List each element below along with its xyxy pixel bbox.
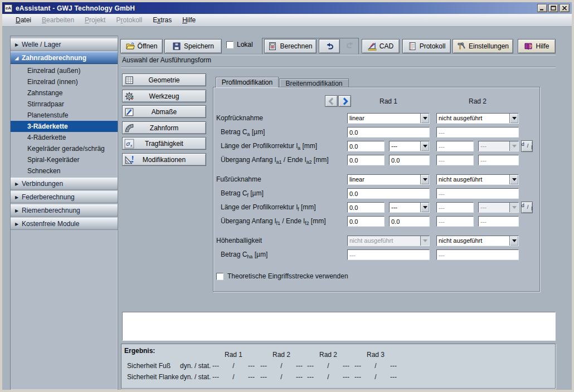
- laenge-lf-rad1-input[interactable]: [347, 202, 385, 213]
- toolbar-separator: [121, 54, 556, 55]
- maximize-button[interactable]: [548, 4, 558, 12]
- theoretical-line-checkbox[interactable]: [216, 273, 223, 280]
- tab-profilmodifikation[interactable]: Profilmodifikation: [216, 77, 279, 87]
- protocol-button[interactable]: Protokoll: [402, 39, 451, 53]
- results-column-header-4: Rad 3: [356, 351, 395, 359]
- sidebar-section-verbindungen[interactable]: ▶Verbindungen: [11, 178, 118, 190]
- fussruecknahme-rad2-select[interactable]: nicht ausgeführt: [436, 174, 519, 185]
- result-value: ---/---: [354, 373, 397, 381]
- theoretical-line-label: Theoretische Eingriffsstrecke verwenden: [227, 272, 348, 280]
- zahnform-button[interactable]: Zahnform: [122, 121, 206, 134]
- hoehenballigkeit-rad2-select[interactable]: nicht ausgeführt: [436, 236, 519, 246]
- save-button-label: Speichern: [184, 42, 214, 50]
- select-value: ---: [479, 141, 509, 151]
- theoretical-line-row: Theoretische Eingriffsstrecke verwenden: [216, 272, 348, 280]
- betrag-ca-rad2-fields: [436, 127, 519, 138]
- modifikationen-button[interactable]: Modifikationen: [122, 153, 206, 166]
- results-column-header-2: Rad 2: [262, 351, 301, 359]
- row-label-laenge-lf: Länge der Profilkorrektur lf [mm]: [221, 202, 350, 215]
- results-title: Ergebnis:: [124, 347, 155, 355]
- betrag-cf-rad1-input[interactable]: [347, 188, 430, 199]
- menu-extras[interactable]: Extras: [153, 16, 172, 24]
- row-label-laenge-la: Länge der Profilkorrektur la [mm]: [221, 141, 350, 154]
- prev-gear-button: [325, 95, 338, 107]
- gear-icon: [124, 91, 134, 101]
- minimize-button[interactable]: [537, 4, 547, 12]
- calculate-button[interactable]: Berechnen: [264, 39, 317, 53]
- select-value: ---: [390, 203, 420, 212]
- form-row-fussruecknahme: Fußrücknahmelinearnicht ausgeführt: [213, 174, 539, 185]
- kopfruecknahme-rad2-select[interactable]: nicht ausgeführt: [436, 113, 519, 124]
- sidebar-item-planetenstufe[interactable]: Planetenstufe: [11, 110, 118, 121]
- row-label-betrag-cha: Betrag Cha [µm]: [221, 249, 350, 262]
- sidebar-item-einzelrad-innen[interactable]: Einzelrad (innen): [11, 76, 118, 87]
- form-row-laenge-lf: Länge der Profilkorrektur lf [mm]------d…: [213, 202, 539, 213]
- expanded-arrow-icon: ◢: [15, 56, 22, 61]
- cad-button[interactable]: CAD: [362, 39, 400, 53]
- diameter-length-toggle-button[interactable]: d/l: [521, 202, 533, 213]
- help-button[interactable]: Hilfe: [518, 39, 556, 53]
- dimensions-icon: [124, 107, 134, 117]
- sidebar-section-welle-lager[interactable]: ▶Welle / Lager: [11, 38, 118, 51]
- result-mode-sicherheit-fuß: dyn. / stat.: [180, 362, 211, 370]
- calculator-icon: [268, 42, 277, 51]
- category-button-label: Zahnform: [123, 124, 206, 132]
- app-icon: eA: [4, 4, 12, 12]
- uebergang-a-rad1-input-1[interactable]: [389, 155, 430, 165]
- category-button-label: Tragfähigkeit: [123, 140, 206, 148]
- select-value: linear: [348, 175, 420, 184]
- sidebar-item-einzelrad-außen[interactable]: Einzelrad (außen): [11, 65, 118, 76]
- sidebar-section-federberechnung[interactable]: ▶Federberechnung: [11, 191, 118, 203]
- uebergang-f-rad1-input-1[interactable]: [389, 216, 430, 227]
- geometrie-button[interactable]: Geometrie: [122, 74, 206, 86]
- tragfähigkeit-button[interactable]: Tragfähigkeit: [122, 137, 206, 150]
- laenge-la-rad1-select-1[interactable]: ---: [389, 141, 430, 151]
- laenge-lf-rad1-select-1[interactable]: ---: [389, 202, 430, 213]
- diameter-length-toggle-button[interactable]: d/l: [521, 140, 533, 152]
- open-button[interactable]: Öffnen: [120, 39, 163, 53]
- collapsed-arrow-icon: ▶: [15, 42, 22, 47]
- uebergang-a-rad1-input[interactable]: [347, 155, 385, 165]
- minimize-icon: [539, 6, 545, 11]
- sidebar-item-kegelräder-gerade-schräg[interactable]: Kegelräder gerade/schräg: [11, 143, 118, 154]
- uebergang-f-rad1-input[interactable]: [347, 216, 385, 227]
- sidebar-section-zahnradberechnung[interactable]: ◢Zahnradberechnung: [11, 52, 118, 64]
- betrag-cf-rad2-fields: [436, 188, 519, 199]
- close-button[interactable]: [560, 4, 570, 12]
- sidebar-item-4-räderkette[interactable]: 4-Räderkette: [11, 132, 118, 143]
- uebergang-a-rad2-fields: [436, 155, 519, 165]
- chevron-left-icon: [327, 97, 336, 106]
- betrag-cha-rad1-input: [347, 249, 430, 260]
- laenge-la-rad1-input[interactable]: [347, 141, 385, 151]
- sidebar-section-kostenfreie-module[interactable]: ▶Kostenfreie Module: [11, 218, 118, 230]
- kopfruecknahme-rad1-select[interactable]: linear: [347, 113, 430, 124]
- betrag-ca-rad1-input[interactable]: [347, 127, 430, 138]
- sidebar-section-riemenberechnung[interactable]: ▶Riemenberechnung: [11, 204, 118, 217]
- settings-button-label: Einstellungen: [469, 42, 509, 50]
- undo-button[interactable]: [319, 39, 340, 53]
- sidebar-item-spiral-kegelräder[interactable]: Spiral-Kegelräder: [11, 154, 118, 165]
- sidebar-item-zahnstange[interactable]: Zahnstange: [11, 87, 118, 99]
- fussruecknahme-rad1-select[interactable]: linear: [347, 174, 430, 185]
- sidebar-item-3-räderkette[interactable]: 3-Räderkette: [11, 121, 118, 132]
- document-icon: [408, 42, 417, 51]
- sidebar-item-schnecken[interactable]: Schnecken: [11, 165, 118, 177]
- settings-button[interactable]: Einstellungen: [453, 39, 513, 53]
- subheader-separator: [121, 67, 556, 68]
- category-button-label: Geometrie: [123, 76, 206, 84]
- menu-datei[interactable]: Datei: [16, 16, 31, 24]
- sidebar-item-stirnradpaar[interactable]: Stirnradpaar: [11, 99, 118, 110]
- toothform-icon: [124, 123, 134, 133]
- laenge-lf-rad2-fields: ---: [436, 202, 519, 213]
- abmaße-button[interactable]: Abmaße: [122, 105, 206, 118]
- save-button[interactable]: Speichern: [164, 39, 222, 53]
- maximize-icon: [551, 6, 556, 11]
- select-value: nicht ausgeführt: [348, 236, 420, 246]
- menu-hilfe[interactable]: Hilfe: [182, 16, 196, 24]
- tab-breitenmodifikation[interactable]: Breitenmodifikation: [279, 79, 349, 87]
- local-checkbox[interactable]: [226, 41, 234, 48]
- collapsed-arrow-icon: ▶: [15, 182, 22, 187]
- werkzeug-button[interactable]: Werkzeug: [122, 90, 206, 102]
- sidebar: ▶Welle / Lager◢ZahnradberechnungEinzelra…: [10, 36, 118, 390]
- result-value: ---/---: [354, 362, 397, 370]
